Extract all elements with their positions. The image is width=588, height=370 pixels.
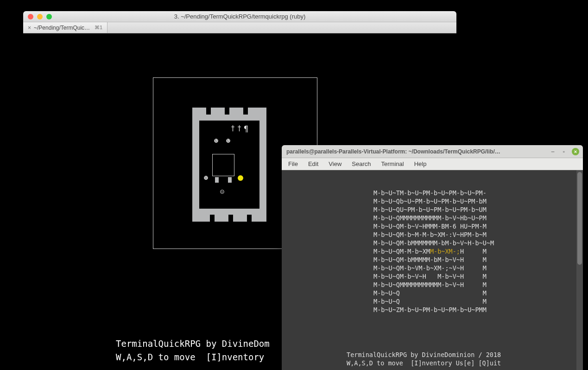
game-status: TerminalQuickRPG by DivineDom W,A,S,D to… — [116, 337, 270, 364]
terminal-line: M-b~U~QM-b~V~H M-b~V~H M — [282, 272, 576, 281]
linux-titlebar[interactable]: parallels@parallels-Parallels-Virtual-Pl… — [282, 145, 583, 158]
menu-file[interactable]: File — [284, 159, 303, 169]
status-line: W,A,S,D to move [I]nventory — [116, 352, 270, 362]
linux-window-title: parallels@parallels-Parallels-Virtual-Pl… — [282, 148, 550, 155]
wall — [252, 215, 266, 222]
linux-menubar[interactable]: FileEditViewSearchTerminalHelp — [282, 158, 583, 170]
wall — [215, 215, 228, 222]
mac-tabbar[interactable]: × ~/Pending/TermQuic… ⌘1 — [23, 22, 456, 33]
wall — [259, 108, 266, 222]
terminal-line: M-b~U~QM-M-b~XMM-b~XM-;H M — [282, 247, 576, 255]
wall — [228, 177, 232, 183]
footer-line: W,A,S,D to move [I]nventory Us[e] [Q]uit — [347, 359, 501, 367]
maximize-icon[interactable]: ▫ — [561, 148, 567, 155]
wall — [192, 215, 210, 222]
terminal-footer: TerminalQuickRPG by DivineDominion / 201… — [282, 351, 576, 367]
menu-edit[interactable]: Edit — [303, 159, 323, 169]
wall — [192, 108, 199, 222]
terminal-line: M-b~U~QM-b~V~HMMM-BM-6 HU~PM-M — [282, 222, 576, 230]
terminal-line: M-b~U~Q M — [282, 297, 576, 306]
menu-help[interactable]: Help — [410, 159, 431, 169]
menu-terminal[interactable]: Terminal — [377, 159, 409, 169]
character-face-icon: ☻ — [214, 138, 218, 145]
scrollbar-thumb[interactable] — [577, 172, 582, 265]
close-icon[interactable] — [28, 14, 33, 19]
traffic-lights — [23, 14, 52, 19]
window-title: 3. ~/Pending/TermQuickRPG/termquickrpg (… — [23, 13, 456, 20]
terminal-line: M-b~U~QMMMMMMMMMMM-b~V~H M — [282, 281, 576, 289]
terminal-output: M-b~U~TM-b~U~PM-b~U~PM-b~U~PM-M-b~U~Qb~U… — [282, 170, 576, 370]
status-line: TerminalQuickRPG by DivineDom — [116, 338, 270, 349]
linux-terminal-body[interactable]: M-b~U~TM-b~U~PM-b~U~PM-b~U~PM-M-b~U~Qb~U… — [282, 170, 583, 370]
mac-titlebar[interactable]: 3. ~/Pending/TermQuickRPG/termquickrpg (… — [23, 11, 456, 22]
terminal-line: M-b~U~Q M — [282, 289, 576, 297]
tab-shortcut: ⌘1 — [95, 25, 102, 31]
linux-window: parallels@parallels-Parallels-Virtual-Pl… — [282, 145, 583, 370]
wall — [229, 108, 243, 115]
item-cross-icon: † — [237, 125, 241, 132]
terminal-line: M-b~U~Qb~U~PM-b~U~PM-b~U~PM-bM — [282, 197, 576, 205]
menu-search[interactable]: Search — [347, 159, 375, 169]
tab-close-icon[interactable]: × — [28, 25, 31, 31]
player-cursor — [212, 154, 234, 176]
item-pilcrow-icon: ¶ — [244, 125, 248, 133]
wall — [192, 209, 266, 215]
minimize-icon[interactable] — [37, 14, 43, 19]
terminal-line: M-b~U~QM-bMMMMMMM-bM-b~V~H-b~U~M — [282, 239, 576, 247]
scrollbar[interactable] — [576, 170, 583, 370]
wall — [215, 177, 219, 183]
terminal-line: M-b~U~QM-bMMMMM-bM-b~V~H M — [282, 255, 576, 264]
terminal-line: M-b~U~QM-b~M-M-b~XM-:V~HPM-b~M — [282, 230, 576, 239]
minimize-icon[interactable]: – — [550, 148, 556, 155]
close-icon[interactable]: × — [572, 148, 579, 155]
character-face-icon: ☺ — [220, 189, 224, 196]
character-face-icon: ☻ — [204, 175, 208, 182]
wall — [233, 215, 247, 222]
window-controls: – ▫ × — [550, 148, 583, 155]
terminal-line: M-b~U~TM-b~U~PM-b~U~PM-b~U~PM- — [282, 189, 576, 197]
terminal-line: M-b~U~QM-b~VM-b~XM-;~V~H M — [282, 264, 576, 272]
terminal-tab[interactable]: × ~/Pending/TermQuic… ⌘1 — [23, 22, 107, 33]
terminal-line: M-b~U~ZM-b~U~PM-b~U~PM-b~U~PMM — [282, 306, 576, 314]
wall — [211, 108, 225, 115]
character-face-icon: ☻ — [226, 138, 230, 145]
footer-line: TerminalQuickRPG by DivineDominion / 201… — [347, 351, 501, 358]
wall — [192, 115, 266, 121]
menu-view[interactable]: View — [324, 159, 346, 169]
item-cross-icon: † — [231, 125, 235, 132]
zoom-icon[interactable] — [46, 14, 52, 19]
tab-label: ~/Pending/TermQuic… — [34, 25, 90, 31]
terminal-line: M-b~U~QU~PM-b~U~PM-b~U~PM-b~UM — [282, 205, 576, 214]
player-icon — [238, 175, 243, 181]
terminal-line: M-b~U~QMMMMMMMMMMM-b~V~Hb~U~PM — [282, 214, 576, 222]
